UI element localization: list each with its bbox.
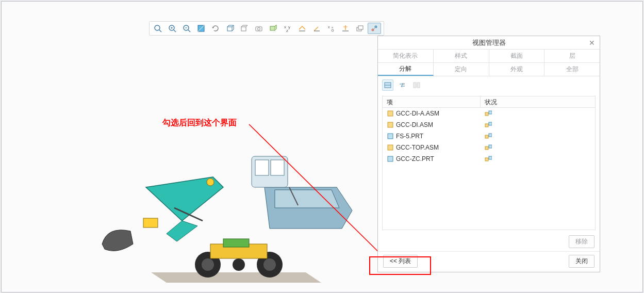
swap-icon[interactable]: x <box>397 79 408 91</box>
note-icon[interactable] <box>339 23 352 34</box>
annotation-text-1: 勾选后回到这个界面 <box>162 118 237 128</box>
svg-rect-29 <box>358 26 363 29</box>
plane-icon[interactable] <box>295 23 309 34</box>
svg-rect-64 <box>485 146 488 150</box>
zoom-out-icon[interactable] <box>180 23 193 34</box>
row-name: FS-5.PRT <box>396 133 423 140</box>
table-row[interactable]: GCC-TOP.ASM <box>383 142 595 153</box>
layer-icon[interactable] <box>353 23 367 34</box>
dialog-icon-row: x <box>378 76 600 94</box>
svg-point-14 <box>258 28 260 30</box>
explode-icon[interactable] <box>368 23 381 34</box>
dialog-title-text: 视图管理器 <box>472 38 506 47</box>
close-button[interactable]: 关闭 <box>569 255 595 268</box>
canvas-area[interactable]: xyz xx <box>1 1 643 292</box>
svg-rect-62 <box>489 134 492 137</box>
table-row[interactable]: FS-5.PRT <box>383 131 595 142</box>
table-row[interactable]: GCC-DI.ASM <box>383 119 595 131</box>
point-icon[interactable] <box>310 23 323 34</box>
svg-text:z: z <box>286 28 288 32</box>
svg-rect-12 <box>241 27 246 31</box>
tab-orient[interactable]: 定向 <box>434 63 489 76</box>
view-manager-dialog: 视图管理器 ✕ 简化表示 样式 截面 层 分解 定向 外观 全部 x <box>377 36 600 272</box>
status-icon <box>485 155 492 162</box>
item-list: 项 状况 GCC-DI-A.ASMGCC-DI.ASMFS-5.PRTGCC-T… <box>382 96 596 230</box>
svg-line-3 <box>174 30 176 32</box>
box-icon[interactable] <box>223 23 237 34</box>
svg-point-45 <box>207 178 214 186</box>
svg-rect-15 <box>270 26 275 30</box>
view-icon[interactable] <box>382 79 393 91</box>
svg-rect-58 <box>485 124 488 127</box>
svg-rect-42 <box>255 160 269 175</box>
display-icon[interactable] <box>411 79 422 91</box>
svg-line-7 <box>188 30 190 32</box>
tabs-row-2: 分解 定向 外观 全部 <box>378 63 600 76</box>
row-name: GCC-DI.ASM <box>396 121 433 128</box>
csys-icon[interactable]: xx <box>324 23 338 34</box>
tabs-row-1: 简化表示 样式 截面 层 <box>378 50 600 63</box>
col-item[interactable]: 项 <box>383 96 481 107</box>
status-icon <box>485 144 492 151</box>
status-icon <box>485 121 492 128</box>
tab-section[interactable]: 截面 <box>489 50 545 62</box>
dialog-title: 视图管理器 ✕ <box>378 36 600 50</box>
svg-rect-68 <box>489 156 492 159</box>
camera-icon[interactable] <box>252 23 266 34</box>
assembly-icon <box>387 144 394 151</box>
part-icon <box>387 133 394 140</box>
close-icon[interactable]: ✕ <box>587 38 597 47</box>
svg-marker-33 <box>151 272 321 283</box>
svg-rect-65 <box>489 145 492 148</box>
svg-line-1 <box>159 30 161 32</box>
svg-rect-11 <box>227 27 232 31</box>
svg-rect-43 <box>271 160 284 175</box>
assembly-icon <box>387 121 394 128</box>
tab-appearance[interactable]: 外观 <box>489 63 545 76</box>
list-button[interactable]: << 列表 <box>383 255 418 268</box>
svg-rect-40 <box>223 239 249 247</box>
row-name: GCC-TOP.ASM <box>396 144 439 151</box>
svg-rect-56 <box>489 111 492 114</box>
svg-text:y: y <box>288 25 290 29</box>
tab-explode[interactable]: 分解 <box>378 63 434 76</box>
svg-point-35 <box>202 258 214 271</box>
axis-icon[interactable]: xyz <box>281 23 294 34</box>
dialog-footer-1: 移除 <box>378 232 600 251</box>
svg-point-24 <box>332 29 334 31</box>
svg-rect-52 <box>414 83 416 88</box>
status-icon <box>485 133 492 140</box>
tab-all[interactable]: 全部 <box>544 63 600 76</box>
datum-icon[interactable] <box>267 23 280 34</box>
svg-line-20 <box>314 27 318 31</box>
svg-rect-57 <box>388 122 393 127</box>
table-row[interactable]: GCC-ZC.PRT <box>383 153 595 165</box>
orient-icon[interactable] <box>238 23 251 34</box>
zoom-fit-icon[interactable] <box>151 23 164 34</box>
svg-rect-59 <box>489 122 492 125</box>
col-status[interactable]: 状况 <box>481 96 595 107</box>
svg-point-37 <box>263 258 276 271</box>
zoom-in-icon[interactable] <box>166 23 179 34</box>
list-body[interactable]: GCC-DI-A.ASMGCC-DI.ASMFS-5.PRTGCC-TOP.AS… <box>383 108 595 230</box>
svg-rect-53 <box>417 83 420 88</box>
svg-rect-55 <box>485 112 488 116</box>
remove-button[interactable]: 移除 <box>569 235 595 248</box>
model-view[interactable] <box>94 138 373 288</box>
tab-layer[interactable]: 层 <box>544 50 600 62</box>
tab-style[interactable]: 样式 <box>434 50 489 62</box>
assembly-icon <box>387 110 394 117</box>
tab-simplified-rep[interactable]: 简化表示 <box>378 50 434 62</box>
svg-text:x: x <box>332 26 333 29</box>
svg-rect-67 <box>485 158 488 161</box>
table-row[interactable]: GCC-DI-A.ASM <box>383 108 595 119</box>
svg-rect-61 <box>485 135 488 138</box>
row-name: GCC-DI-A.ASM <box>396 110 439 117</box>
row-name: GCC-ZC.PRT <box>396 155 434 162</box>
dialog-footer-2: << 列表 关闭 <box>378 251 600 272</box>
part-icon <box>387 155 394 162</box>
spin-icon[interactable] <box>209 23 222 34</box>
svg-text:x: x <box>403 82 405 85</box>
svg-text:x: x <box>328 25 330 29</box>
repaint-icon[interactable] <box>194 23 208 34</box>
